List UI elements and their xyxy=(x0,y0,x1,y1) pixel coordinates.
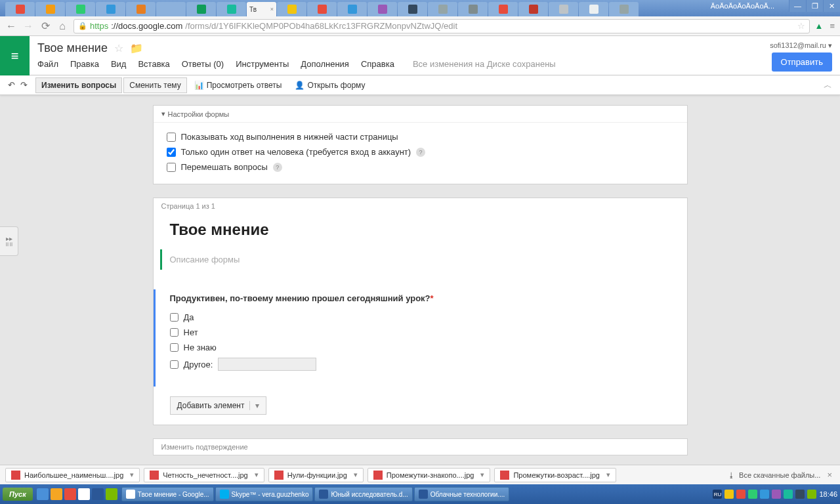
download-item[interactable]: Промежутки-знакопо....jpg▾ xyxy=(368,468,491,482)
menu-item[interactable]: Правка xyxy=(70,59,99,69)
tray-icon[interactable] xyxy=(736,490,746,499)
caret-down-icon[interactable]: ▾ xyxy=(255,471,259,479)
maximize-button[interactable]: ❐ xyxy=(806,0,823,12)
browser-tab[interactable] xyxy=(579,2,608,16)
browser-tab[interactable] xyxy=(96,2,125,16)
close-tab-icon[interactable]: × xyxy=(270,6,274,12)
taskbar-item[interactable]: Твое мнение - Google... xyxy=(121,487,214,501)
menu-item[interactable]: Вставка xyxy=(138,59,169,69)
reload-button[interactable]: ⟳ xyxy=(39,20,51,32)
forms-logo-icon[interactable]: ≡ xyxy=(0,36,30,75)
menu-item[interactable]: Вид xyxy=(111,59,127,69)
browser-tab[interactable] xyxy=(549,2,578,16)
download-item[interactable]: Промежутки-возраст....jpg▾ xyxy=(494,468,616,482)
confirmation-header[interactable]: Изменить подтверждение xyxy=(154,439,687,455)
option-checkbox[interactable] xyxy=(170,360,178,369)
address-bar[interactable]: 🔒 https://docs.google.com/forms/d/1Y6IFK… xyxy=(74,19,810,33)
lang-indicator[interactable]: RU xyxy=(713,490,722,499)
caret-down-icon[interactable]: ▾ xyxy=(480,471,484,479)
start-button[interactable]: Пуск xyxy=(3,488,33,501)
star-icon[interactable]: ☆ xyxy=(114,42,123,54)
option-checkbox[interactable] xyxy=(170,328,178,337)
quicklaunch-icon[interactable] xyxy=(37,488,49,500)
browser-tab[interactable] xyxy=(156,2,186,16)
browser-tab[interactable] xyxy=(428,2,457,16)
undo-button[interactable]: ↶ xyxy=(8,80,15,90)
help-icon[interactable]: ? xyxy=(416,148,425,157)
menu-item[interactable]: Файл xyxy=(37,59,58,69)
redo-button[interactable]: ↷ xyxy=(20,80,28,90)
drive-icon[interactable]: ▲ xyxy=(815,21,824,31)
browser-tab[interactable] xyxy=(368,2,397,16)
checkbox-shuffle[interactable] xyxy=(167,163,176,172)
browser-tab[interactable] xyxy=(217,2,246,16)
tray-icon[interactable] xyxy=(748,490,757,499)
collapse-toolbar-icon[interactable]: ︿ xyxy=(824,79,832,91)
home-button[interactable]: ⌂ xyxy=(56,20,68,32)
taskbar-item[interactable]: Skype™ - vera.guuzhenko xyxy=(215,487,314,501)
setting-shuffle[interactable]: Перемешать вопросы ? xyxy=(167,159,674,175)
document-title[interactable]: Твое мнение xyxy=(37,41,108,55)
minimize-button[interactable]: — xyxy=(789,0,806,12)
checkbox-one-response[interactable] xyxy=(167,148,176,157)
menu-item[interactable]: Ответы (0) xyxy=(182,59,224,69)
browser-tab[interactable] xyxy=(126,2,156,16)
tray-icon[interactable] xyxy=(760,490,769,499)
caret-down-icon[interactable]: ▾ xyxy=(606,471,610,479)
help-icon[interactable]: ? xyxy=(273,163,282,172)
checkbox-progress[interactable] xyxy=(167,133,176,142)
menu-item[interactable]: Инструменты xyxy=(236,59,289,69)
caret-down-icon[interactable]: ▾ xyxy=(249,401,259,410)
taskbar-item[interactable]: Юный исследователь.d... xyxy=(314,487,412,501)
browser-tab[interactable] xyxy=(337,2,367,16)
add-element-button[interactable]: Добавить элемент▾ xyxy=(170,396,267,415)
caret-down-icon[interactable]: ▾ xyxy=(130,471,134,479)
tray-icon[interactable] xyxy=(772,490,781,499)
edit-questions-tab[interactable]: Изменить вопросы xyxy=(35,77,122,93)
menu-item[interactable]: Справка xyxy=(361,59,394,69)
send-button[interactable]: Отправить xyxy=(772,52,832,72)
question-option[interactable]: Не знаю xyxy=(170,340,673,355)
star-icon[interactable]: ☆ xyxy=(797,21,805,31)
view-responses-button[interactable]: 📊Просмотреть ответы xyxy=(188,77,288,93)
form-title[interactable]: Твое мнение xyxy=(170,220,671,239)
browser-tab[interactable] xyxy=(35,2,65,16)
tray-icon[interactable] xyxy=(807,490,816,499)
browser-tab[interactable] xyxy=(66,2,95,16)
other-text-input[interactable] xyxy=(218,358,316,371)
download-item[interactable]: Нули-функции.jpg▾ xyxy=(268,468,364,482)
quicklaunch-icon[interactable] xyxy=(92,488,104,500)
option-checkbox[interactable] xyxy=(170,343,178,352)
option-checkbox[interactable] xyxy=(170,313,178,322)
setting-one-response[interactable]: Только один ответ на человека (требуется… xyxy=(167,144,674,159)
taskbar-item[interactable]: Облачные технологии.... xyxy=(414,487,510,501)
close-window-button[interactable]: ✕ xyxy=(823,0,840,12)
question-option[interactable]: Да xyxy=(170,310,673,325)
question-option[interactable]: Нет xyxy=(170,325,673,340)
user-email[interactable]: sofi1312@mail.ru ▾ xyxy=(770,41,832,50)
browser-tab[interactable] xyxy=(307,2,337,16)
open-form-button[interactable]: 👤Открыть форму xyxy=(289,77,371,93)
question-block[interactable]: Продуктивен, по-твоему мнению прошел сег… xyxy=(154,289,687,387)
quicklaunch-icon[interactable] xyxy=(51,488,62,500)
tray-icon[interactable] xyxy=(724,490,734,499)
browser-tab[interactable]: Тв× xyxy=(247,2,276,16)
quicklaunch-icon[interactable] xyxy=(78,488,90,500)
browser-tab[interactable] xyxy=(518,2,548,16)
browser-tab[interactable] xyxy=(488,2,518,16)
browser-tab[interactable] xyxy=(186,2,216,16)
form-description[interactable]: Описание формы xyxy=(160,249,671,270)
browser-tab[interactable] xyxy=(5,2,35,16)
change-theme-tab[interactable]: Сменить тему xyxy=(123,77,186,93)
browser-tab[interactable] xyxy=(609,2,639,16)
quicklaunch-icon[interactable] xyxy=(106,488,117,500)
browser-tab[interactable] xyxy=(458,2,488,16)
menu-item[interactable]: Дополнения xyxy=(301,59,349,69)
menu-icon[interactable]: ≡ xyxy=(830,21,835,31)
download-item[interactable]: Наибольшее_наименьш....jpg▾ xyxy=(5,468,140,482)
question-option-other[interactable]: Другое: xyxy=(170,355,673,373)
close-downloads-bar[interactable]: × xyxy=(824,470,835,480)
clock[interactable]: 18:46 xyxy=(819,490,837,498)
folder-icon[interactable]: 📁 xyxy=(130,42,143,54)
side-expand-tab[interactable]: ▸▸ ⠿⠿ xyxy=(0,226,18,256)
